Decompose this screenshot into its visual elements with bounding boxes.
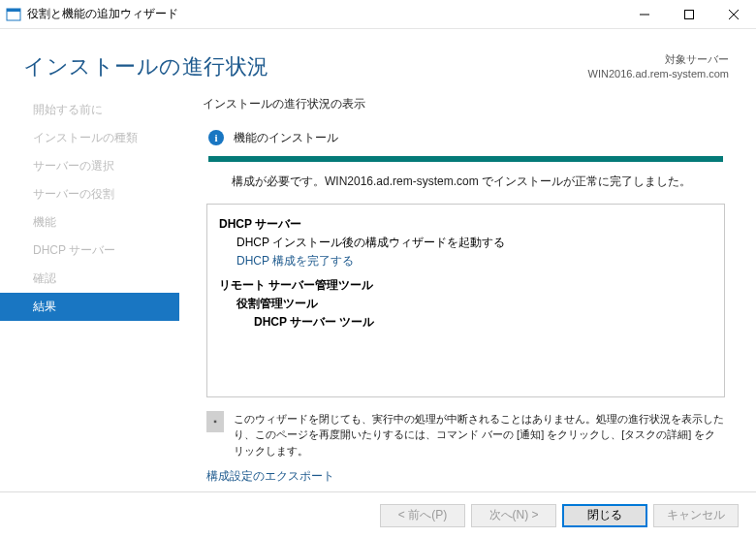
step-results[interactable]: 結果	[0, 293, 179, 321]
note-text: このウィザードを閉じても、実行中の処理が中断されることはありません。処理の進行状…	[234, 411, 725, 459]
note: ▪ このウィザードを閉じても、実行中の処理が中断されることはありません。処理の進…	[206, 411, 725, 459]
wizard-steps-sidebar: 開始する前に インストールの種類 サーバーの選択 サーバーの役割 機能 DHCP…	[0, 90, 179, 507]
export-settings-link[interactable]: 構成設定のエクスポート	[203, 468, 729, 485]
result-post-install-wizard: DHCP インストール後の構成ウィザードを起動する	[219, 235, 712, 251]
results-box: DHCP サーバー DHCP インストール後の構成ウィザードを起動する DHCP…	[206, 204, 725, 397]
svg-rect-1	[7, 9, 20, 12]
minimize-button[interactable]	[622, 0, 667, 29]
step-install-type: インストールの種類	[0, 124, 179, 152]
header: インストールの進行状況 対象サーバー WIN2016.ad.rem-system…	[0, 29, 756, 90]
next-button: 次へ(N) >	[471, 504, 556, 527]
target-server: WIN2016.ad.rem-system.com	[588, 67, 729, 81]
close-button[interactable]	[711, 0, 756, 29]
titlebar: 役割と機能の追加ウィザード	[0, 0, 756, 29]
window-title: 役割と機能の追加ウィザード	[27, 6, 622, 22]
step-features: 機能	[0, 208, 179, 237]
result-rsat: リモート サーバー管理ツール	[219, 277, 712, 294]
status-text: 機能のインストール	[234, 130, 338, 146]
step-confirmation: 確認	[0, 265, 179, 293]
result-role-admin-tools: 役割管理ツール	[219, 296, 712, 312]
progress-bar	[208, 156, 723, 162]
app-icon	[6, 7, 21, 22]
step-dhcp-server: DHCP サーバー	[0, 237, 179, 265]
previous-button: < 前へ(P)	[380, 504, 465, 527]
result-dhcp-tools: DHCP サーバー ツール	[219, 314, 712, 331]
target-server-info: 対象サーバー WIN2016.ad.rem-system.com	[588, 52, 729, 82]
page-title: インストールの進行状況	[23, 52, 269, 81]
footer: < 前へ(P) 次へ(N) > 閉じる キャンセル	[0, 491, 756, 538]
svg-rect-3	[685, 10, 694, 18]
close-wizard-button[interactable]: 閉じる	[562, 504, 647, 527]
cancel-button: キャンセル	[653, 504, 739, 527]
step-server-selection: サーバーの選択	[0, 152, 179, 180]
step-server-roles: サーバーの役割	[0, 180, 179, 208]
target-label: 対象サーバー	[588, 52, 729, 67]
result-dhcp-server: DHCP サーバー	[219, 216, 712, 233]
step-before-begin: 開始する前に	[0, 96, 179, 124]
complete-dhcp-config-link[interactable]: DHCP 構成を完了する	[219, 253, 712, 269]
completion-message: 構成が必要です。WIN2016.ad.rem-system.com でインストー…	[203, 174, 729, 204]
maximize-button[interactable]	[667, 0, 711, 29]
main-panel: インストールの進行状況の表示 i 機能のインストール 構成が必要です。WIN20…	[179, 90, 756, 507]
info-icon: i	[208, 130, 224, 145]
subtitle: インストールの進行状況の表示	[203, 96, 729, 112]
flag-icon: ▪	[206, 411, 224, 432]
